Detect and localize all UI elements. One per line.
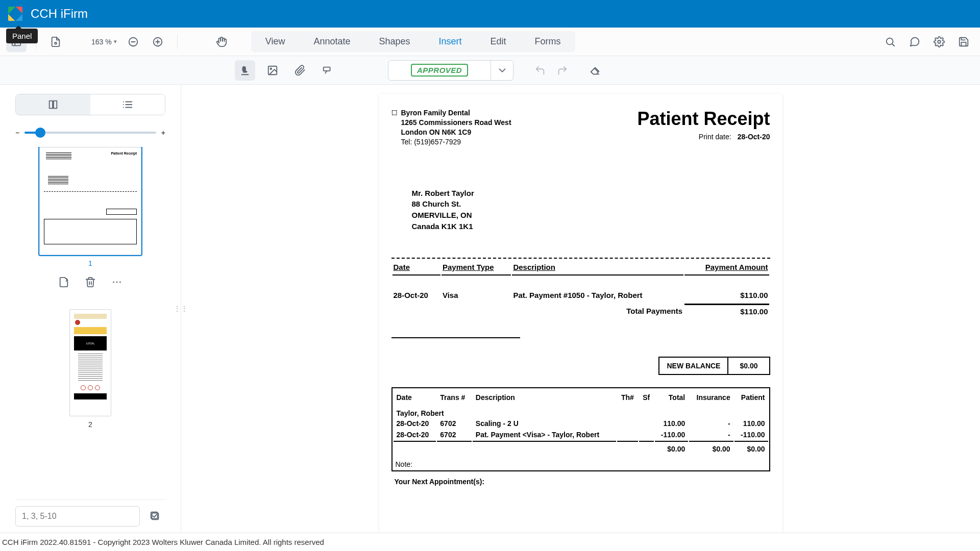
stamp-selector[interactable]: APPROVED bbox=[388, 60, 513, 81]
attachment-tool-button[interactable] bbox=[290, 60, 310, 81]
image-tool-button[interactable] bbox=[262, 60, 283, 81]
collapse-sidebar-handle[interactable]: ⋮⋮ bbox=[178, 298, 184, 319]
zoom-out-button[interactable] bbox=[123, 32, 143, 52]
note-label: Note: bbox=[393, 455, 769, 470]
total-amount: $110.00 bbox=[684, 304, 769, 319]
eraser-button[interactable] bbox=[585, 60, 605, 81]
tab-view[interactable]: View bbox=[251, 31, 300, 52]
svg-point-10 bbox=[938, 40, 941, 43]
settings-button[interactable] bbox=[929, 32, 949, 52]
slider-thumb[interactable] bbox=[35, 128, 45, 138]
titlebar: CCH iFirm bbox=[0, 0, 980, 28]
tab-insert[interactable]: Insert bbox=[425, 31, 476, 52]
clinic-info: ⬚ Byron Family Dental 1265 Commissioners… bbox=[391, 108, 511, 147]
pan-tool-button[interactable] bbox=[211, 32, 232, 52]
tab-forms[interactable]: Forms bbox=[521, 31, 575, 52]
thumbnails-panel-button[interactable] bbox=[16, 94, 90, 115]
dcol-ins: Insurance bbox=[689, 389, 733, 406]
patient-country: Canada K1K 1K1 bbox=[412, 221, 770, 232]
col-desc: Description bbox=[512, 260, 683, 276]
page-range-row bbox=[15, 499, 165, 527]
thumbnails-list[interactable]: Patient Receipt 1 bbox=[15, 147, 165, 499]
table-row: 28-Oct-20 Visa Pat. Payment #1050 - Tayl… bbox=[393, 277, 769, 303]
col-type: Payment Type bbox=[442, 260, 511, 276]
select-pages-button[interactable] bbox=[145, 506, 165, 527]
tab-strip: View Annotate Shapes Insert Edit Forms bbox=[251, 31, 575, 52]
total-row: Total Payments $110.00 bbox=[393, 304, 769, 319]
svg-rect-16 bbox=[54, 101, 57, 109]
redo-button[interactable] bbox=[552, 60, 573, 81]
slider-track[interactable] bbox=[24, 132, 156, 134]
detail-box: Date Trans # Description Th# Sf Total In… bbox=[391, 387, 770, 471]
cell-amount: $110.00 bbox=[684, 277, 769, 303]
chevron-down-icon: ▾ bbox=[114, 38, 117, 45]
dcol-sf: Sf bbox=[639, 389, 654, 406]
thumbnail-1[interactable]: Patient Receipt 1 bbox=[39, 147, 141, 267]
tab-shapes[interactable]: Shapes bbox=[364, 31, 424, 52]
sidebar: − + Patient Receipt bbox=[0, 85, 181, 533]
outline-panel-button[interactable] bbox=[90, 94, 165, 115]
comments-button[interactable] bbox=[904, 32, 925, 52]
print-date-label: Print date: bbox=[699, 133, 731, 141]
detail-totals: $0.00 $0.00 $0.00 bbox=[394, 441, 768, 454]
plus-icon: + bbox=[161, 129, 165, 137]
table-row: 28-Oct-20 6702 Scaling - 2 U 110.00 - 11… bbox=[394, 418, 768, 429]
cell-type: Visa bbox=[442, 277, 511, 303]
stamp-badge: APPROVED bbox=[411, 64, 468, 77]
toolbar-insert: APPROVED bbox=[0, 56, 980, 85]
panel-switch bbox=[15, 94, 165, 115]
dcol-desc: Description bbox=[473, 389, 616, 406]
dcol-total: Total bbox=[655, 389, 689, 406]
patient-city: OMERVILLE, ON bbox=[412, 210, 770, 221]
col-amount: Payment Amount bbox=[684, 260, 769, 276]
zoom-in-button[interactable] bbox=[148, 32, 168, 52]
chevron-down-icon bbox=[491, 61, 513, 80]
payment-table: Date Payment Type Description Payment Am… bbox=[391, 258, 770, 320]
detail-section: Taylor, Robert bbox=[394, 407, 768, 417]
app-logo bbox=[8, 7, 22, 21]
dcol-date: Date bbox=[394, 389, 436, 406]
view-mode-button[interactable] bbox=[45, 32, 66, 52]
dcol-trans: Trans # bbox=[437, 389, 471, 406]
balance-row: NEW BALANCE $0.00 bbox=[391, 357, 770, 375]
dcol-th: Th# bbox=[617, 389, 638, 406]
statusbar: CCH iFirm 2022.40.81591 - Copyright 2023… bbox=[0, 533, 980, 551]
clinic-address2: London ON N6K 1C9 bbox=[401, 128, 511, 137]
clinic-address1: 1265 Commissioners Road West bbox=[401, 118, 511, 128]
stamp-tool-button[interactable] bbox=[235, 60, 255, 81]
total-label: Total Payments bbox=[512, 304, 683, 319]
thumbnail-zoom-slider[interactable]: − + bbox=[15, 129, 165, 137]
doc-title: Patient Receipt bbox=[637, 108, 770, 130]
table-row: 28-Oct-20 6702 Pat. Payment <Visa> - Tay… bbox=[394, 430, 768, 440]
tab-edit[interactable]: Edit bbox=[476, 31, 521, 52]
zoom-value: 163 % bbox=[91, 38, 112, 46]
page-range-input[interactable] bbox=[15, 506, 140, 527]
main-area: − + Patient Receipt bbox=[0, 85, 980, 533]
zoom-dropdown[interactable]: 163 %▾ bbox=[89, 38, 119, 46]
minus-icon: − bbox=[15, 129, 19, 137]
thumbnail-actions bbox=[15, 273, 165, 291]
search-button[interactable] bbox=[880, 32, 900, 52]
svg-point-23 bbox=[113, 282, 114, 283]
save-button[interactable] bbox=[953, 32, 974, 52]
dcol-pat: Patient bbox=[734, 389, 768, 406]
patient-street: 88 Church St. bbox=[412, 198, 770, 210]
delete-page-button[interactable] bbox=[82, 273, 99, 291]
balance-amount: $0.00 bbox=[728, 358, 769, 374]
svg-rect-15 bbox=[50, 101, 53, 109]
tab-annotate[interactable]: Annotate bbox=[299, 31, 364, 52]
document-canvas[interactable]: ⬚ Byron Family Dental 1265 Commissioners… bbox=[181, 85, 980, 533]
rotate-page-button[interactable] bbox=[55, 273, 72, 291]
svg-point-8 bbox=[887, 38, 893, 44]
thumb-number: 2 bbox=[60, 420, 121, 429]
divider bbox=[177, 35, 178, 49]
undo-button[interactable] bbox=[530, 60, 550, 81]
thumbnail-2[interactable]: LOCAL 2 bbox=[60, 309, 121, 429]
callout-tool-button[interactable] bbox=[317, 60, 338, 81]
print-date-value: 28-Oct-20 bbox=[738, 133, 770, 141]
svg-point-12 bbox=[270, 68, 272, 69]
patient-address: Mr. Robert Taylor 88 Church St. OMERVILL… bbox=[412, 188, 770, 232]
svg-point-2 bbox=[55, 42, 57, 44]
svg-point-25 bbox=[119, 282, 121, 283]
more-actions-button[interactable] bbox=[108, 273, 126, 291]
